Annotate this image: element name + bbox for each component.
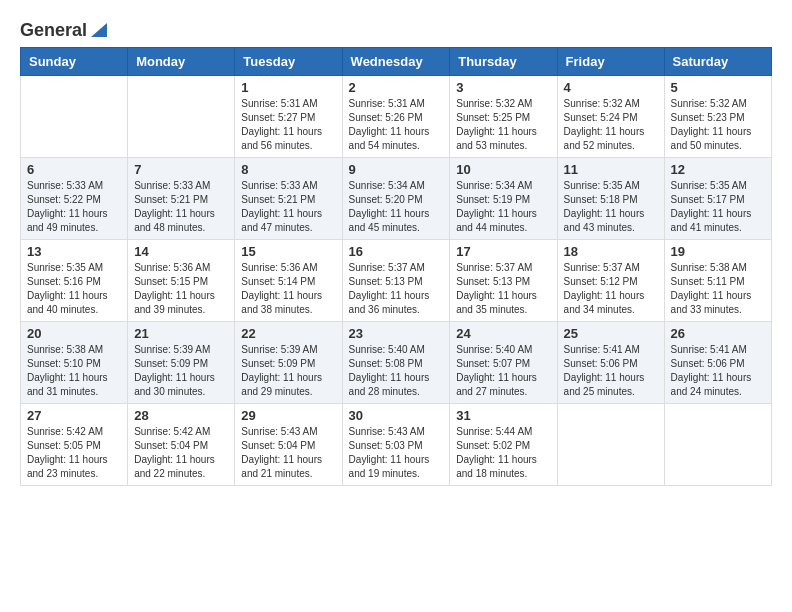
calendar-cell: 1Sunrise: 5:31 AM Sunset: 5:27 PM Daylig… (235, 76, 342, 158)
day-info: Sunrise: 5:35 AM Sunset: 5:16 PM Dayligh… (27, 261, 121, 317)
calendar-cell: 20Sunrise: 5:38 AM Sunset: 5:10 PM Dayli… (21, 322, 128, 404)
calendar-cell: 6Sunrise: 5:33 AM Sunset: 5:22 PM Daylig… (21, 158, 128, 240)
day-info: Sunrise: 5:32 AM Sunset: 5:24 PM Dayligh… (564, 97, 658, 153)
day-number: 24 (456, 326, 550, 341)
day-info: Sunrise: 5:36 AM Sunset: 5:15 PM Dayligh… (134, 261, 228, 317)
logo-general-text: General (20, 20, 87, 41)
day-info: Sunrise: 5:34 AM Sunset: 5:19 PM Dayligh… (456, 179, 550, 235)
calendar-cell: 25Sunrise: 5:41 AM Sunset: 5:06 PM Dayli… (557, 322, 664, 404)
calendar-cell: 28Sunrise: 5:42 AM Sunset: 5:04 PM Dayli… (128, 404, 235, 486)
calendar-cell: 5Sunrise: 5:32 AM Sunset: 5:23 PM Daylig… (664, 76, 771, 158)
day-number: 16 (349, 244, 444, 259)
day-number: 21 (134, 326, 228, 341)
logo-arrow-icon (89, 19, 109, 39)
calendar-cell: 12Sunrise: 5:35 AM Sunset: 5:17 PM Dayli… (664, 158, 771, 240)
calendar-week-row: 13Sunrise: 5:35 AM Sunset: 5:16 PM Dayli… (21, 240, 772, 322)
day-info: Sunrise: 5:32 AM Sunset: 5:23 PM Dayligh… (671, 97, 765, 153)
day-number: 3 (456, 80, 550, 95)
calendar-cell (21, 76, 128, 158)
day-info: Sunrise: 5:38 AM Sunset: 5:10 PM Dayligh… (27, 343, 121, 399)
day-number: 26 (671, 326, 765, 341)
day-info: Sunrise: 5:40 AM Sunset: 5:07 PM Dayligh… (456, 343, 550, 399)
day-number: 10 (456, 162, 550, 177)
day-info: Sunrise: 5:36 AM Sunset: 5:14 PM Dayligh… (241, 261, 335, 317)
day-info: Sunrise: 5:42 AM Sunset: 5:04 PM Dayligh… (134, 425, 228, 481)
day-number: 7 (134, 162, 228, 177)
day-number: 13 (27, 244, 121, 259)
day-number: 9 (349, 162, 444, 177)
calendar-cell: 22Sunrise: 5:39 AM Sunset: 5:09 PM Dayli… (235, 322, 342, 404)
weekday-header-thursday: Thursday (450, 48, 557, 76)
calendar-cell: 14Sunrise: 5:36 AM Sunset: 5:15 PM Dayli… (128, 240, 235, 322)
day-info: Sunrise: 5:34 AM Sunset: 5:20 PM Dayligh… (349, 179, 444, 235)
calendar-cell: 19Sunrise: 5:38 AM Sunset: 5:11 PM Dayli… (664, 240, 771, 322)
day-number: 2 (349, 80, 444, 95)
svg-marker-0 (91, 23, 107, 37)
calendar-cell: 16Sunrise: 5:37 AM Sunset: 5:13 PM Dayli… (342, 240, 450, 322)
calendar-cell: 13Sunrise: 5:35 AM Sunset: 5:16 PM Dayli… (21, 240, 128, 322)
calendar-cell: 3Sunrise: 5:32 AM Sunset: 5:25 PM Daylig… (450, 76, 557, 158)
calendar-cell (664, 404, 771, 486)
day-info: Sunrise: 5:37 AM Sunset: 5:13 PM Dayligh… (349, 261, 444, 317)
day-info: Sunrise: 5:43 AM Sunset: 5:03 PM Dayligh… (349, 425, 444, 481)
day-number: 4 (564, 80, 658, 95)
day-number: 12 (671, 162, 765, 177)
day-number: 20 (27, 326, 121, 341)
day-info: Sunrise: 5:43 AM Sunset: 5:04 PM Dayligh… (241, 425, 335, 481)
calendar-cell (128, 76, 235, 158)
day-number: 6 (27, 162, 121, 177)
day-info: Sunrise: 5:33 AM Sunset: 5:21 PM Dayligh… (241, 179, 335, 235)
day-number: 30 (349, 408, 444, 423)
calendar-cell: 10Sunrise: 5:34 AM Sunset: 5:19 PM Dayli… (450, 158, 557, 240)
day-info: Sunrise: 5:31 AM Sunset: 5:26 PM Dayligh… (349, 97, 444, 153)
weekday-header-tuesday: Tuesday (235, 48, 342, 76)
day-number: 22 (241, 326, 335, 341)
calendar-header: SundayMondayTuesdayWednesdayThursdayFrid… (21, 48, 772, 76)
calendar-cell: 30Sunrise: 5:43 AM Sunset: 5:03 PM Dayli… (342, 404, 450, 486)
weekday-header-monday: Monday (128, 48, 235, 76)
calendar-body: 1Sunrise: 5:31 AM Sunset: 5:27 PM Daylig… (21, 76, 772, 486)
day-number: 25 (564, 326, 658, 341)
day-info: Sunrise: 5:44 AM Sunset: 5:02 PM Dayligh… (456, 425, 550, 481)
day-number: 5 (671, 80, 765, 95)
page-header: General (20, 20, 772, 37)
weekday-header-wednesday: Wednesday (342, 48, 450, 76)
calendar-cell: 17Sunrise: 5:37 AM Sunset: 5:13 PM Dayli… (450, 240, 557, 322)
calendar-cell: 31Sunrise: 5:44 AM Sunset: 5:02 PM Dayli… (450, 404, 557, 486)
day-info: Sunrise: 5:32 AM Sunset: 5:25 PM Dayligh… (456, 97, 550, 153)
calendar-cell: 26Sunrise: 5:41 AM Sunset: 5:06 PM Dayli… (664, 322, 771, 404)
day-info: Sunrise: 5:35 AM Sunset: 5:17 PM Dayligh… (671, 179, 765, 235)
calendar-cell: 15Sunrise: 5:36 AM Sunset: 5:14 PM Dayli… (235, 240, 342, 322)
calendar-cell: 29Sunrise: 5:43 AM Sunset: 5:04 PM Dayli… (235, 404, 342, 486)
weekday-header-saturday: Saturday (664, 48, 771, 76)
weekday-header-friday: Friday (557, 48, 664, 76)
calendar-cell: 2Sunrise: 5:31 AM Sunset: 5:26 PM Daylig… (342, 76, 450, 158)
day-number: 15 (241, 244, 335, 259)
day-number: 11 (564, 162, 658, 177)
calendar-cell: 8Sunrise: 5:33 AM Sunset: 5:21 PM Daylig… (235, 158, 342, 240)
day-number: 29 (241, 408, 335, 423)
calendar-cell: 18Sunrise: 5:37 AM Sunset: 5:12 PM Dayli… (557, 240, 664, 322)
calendar-cell: 24Sunrise: 5:40 AM Sunset: 5:07 PM Dayli… (450, 322, 557, 404)
calendar-table: SundayMondayTuesdayWednesdayThursdayFrid… (20, 47, 772, 486)
calendar-week-row: 27Sunrise: 5:42 AM Sunset: 5:05 PM Dayli… (21, 404, 772, 486)
day-number: 8 (241, 162, 335, 177)
day-info: Sunrise: 5:41 AM Sunset: 5:06 PM Dayligh… (671, 343, 765, 399)
day-info: Sunrise: 5:31 AM Sunset: 5:27 PM Dayligh… (241, 97, 335, 153)
calendar-cell: 11Sunrise: 5:35 AM Sunset: 5:18 PM Dayli… (557, 158, 664, 240)
calendar-cell: 23Sunrise: 5:40 AM Sunset: 5:08 PM Dayli… (342, 322, 450, 404)
day-info: Sunrise: 5:37 AM Sunset: 5:12 PM Dayligh… (564, 261, 658, 317)
calendar-cell: 4Sunrise: 5:32 AM Sunset: 5:24 PM Daylig… (557, 76, 664, 158)
calendar-cell: 9Sunrise: 5:34 AM Sunset: 5:20 PM Daylig… (342, 158, 450, 240)
day-info: Sunrise: 5:38 AM Sunset: 5:11 PM Dayligh… (671, 261, 765, 317)
day-info: Sunrise: 5:37 AM Sunset: 5:13 PM Dayligh… (456, 261, 550, 317)
day-info: Sunrise: 5:39 AM Sunset: 5:09 PM Dayligh… (241, 343, 335, 399)
weekday-header-sunday: Sunday (21, 48, 128, 76)
day-info: Sunrise: 5:41 AM Sunset: 5:06 PM Dayligh… (564, 343, 658, 399)
day-info: Sunrise: 5:35 AM Sunset: 5:18 PM Dayligh… (564, 179, 658, 235)
logo: General (20, 20, 109, 37)
day-info: Sunrise: 5:42 AM Sunset: 5:05 PM Dayligh… (27, 425, 121, 481)
day-number: 17 (456, 244, 550, 259)
day-number: 31 (456, 408, 550, 423)
day-number: 23 (349, 326, 444, 341)
